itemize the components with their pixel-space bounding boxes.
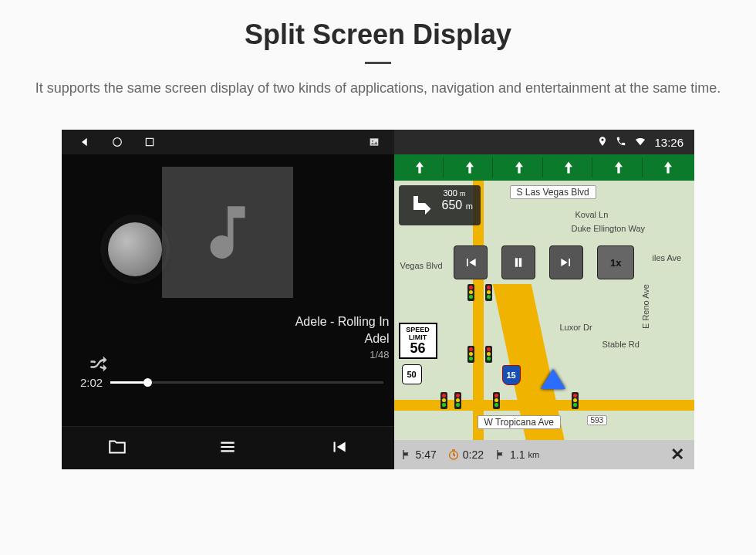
street-text: E Reno Ave xyxy=(641,284,650,329)
nav-prev-button[interactable] xyxy=(454,245,488,279)
flag-icon xyxy=(400,448,413,461)
clock-text: 13:26 xyxy=(654,136,683,149)
svg-point-0 xyxy=(113,138,122,147)
turn-left-icon xyxy=(407,191,434,219)
vehicle-cursor-icon xyxy=(541,369,565,389)
phone-icon xyxy=(616,136,626,149)
navigation-pane: S Las Vegas Blvd Koval Ln Duke Ellington… xyxy=(394,130,695,469)
picture-icon[interactable] xyxy=(368,136,380,148)
page-title: Split Screen Display xyxy=(0,0,756,51)
page-subtitle: It supports the same screen display of t… xyxy=(31,78,725,99)
device-screenshot: 13:26 Adele - Rolling In Adel 1/48 2:02 xyxy=(62,130,694,469)
joystick-control[interactable] xyxy=(108,222,162,276)
traffic-light-icon xyxy=(467,346,474,363)
street-text: Duke Ellington Way xyxy=(572,224,646,233)
track-artist: Adel xyxy=(62,330,390,347)
track-info: Adele - Rolling In Adel 1/48 xyxy=(62,313,394,362)
close-button[interactable]: ✕ xyxy=(667,444,688,465)
status-bar: 13:26 xyxy=(62,130,694,154)
lane-arrow-icon xyxy=(546,157,592,178)
speed-multiplier-button[interactable]: 1x xyxy=(597,245,634,279)
lane-arrow-icon xyxy=(447,157,493,178)
previous-track-button[interactable] xyxy=(329,437,349,460)
traffic-light-icon xyxy=(485,346,492,363)
music-pane: Adele - Rolling In Adel 1/48 2:02 xyxy=(62,130,394,469)
svg-rect-1 xyxy=(146,138,153,145)
lane-arrow-icon xyxy=(496,157,542,178)
street-text: Stable Rd xyxy=(602,340,640,349)
flag-icon xyxy=(494,448,507,461)
traffic-light-icon xyxy=(467,284,474,301)
time-remaining-metric: 0:22 xyxy=(447,448,484,461)
nav-pause-button[interactable] xyxy=(501,245,535,279)
svg-point-3 xyxy=(372,140,373,142)
clock-icon xyxy=(447,448,460,461)
street-label: S Las Vegas Blvd xyxy=(510,185,596,199)
nav-next-button[interactable] xyxy=(549,245,583,279)
traffic-light-icon xyxy=(440,392,447,409)
traffic-light-icon xyxy=(572,392,579,409)
traffic-light-icon xyxy=(493,392,500,409)
title-underline xyxy=(365,62,391,64)
nav-footer: 5:47 0:22 1.1 km ✕ xyxy=(394,440,695,469)
lane-guidance xyxy=(394,154,695,181)
route-shield: 593 xyxy=(587,415,608,425)
shuffle-button[interactable] xyxy=(88,354,110,378)
playlist-button[interactable] xyxy=(218,437,238,460)
map-controls: 1x xyxy=(394,245,695,279)
album-art-placeholder xyxy=(162,167,293,298)
back-icon[interactable] xyxy=(79,136,91,148)
lane-arrow-icon xyxy=(596,157,642,178)
interstate-shield: 15 xyxy=(502,365,521,385)
street-text: Luxor Dr xyxy=(560,323,592,332)
speed-limit-sign: SPEED LIMIT 56 xyxy=(399,323,437,359)
folder-button[interactable] xyxy=(107,437,127,460)
home-icon[interactable] xyxy=(111,136,123,148)
location-icon xyxy=(597,136,608,149)
track-index: 1/48 xyxy=(62,348,390,362)
street-text: Koval Ln xyxy=(575,210,609,219)
lane-arrow-icon xyxy=(397,157,444,178)
wifi-icon xyxy=(634,135,646,150)
route-shield-us: 50 xyxy=(402,364,422,384)
track-title: Adele - Rolling In xyxy=(62,313,390,330)
traffic-light-icon xyxy=(485,284,492,301)
recents-icon[interactable] xyxy=(143,136,156,148)
lane-arrow-icon xyxy=(646,157,691,178)
street-label: W Tropicana Ave xyxy=(478,415,562,429)
eta-metric: 5:47 xyxy=(400,448,437,461)
music-note-icon xyxy=(193,198,262,267)
turn-panel: 300 m 650 m xyxy=(399,185,481,225)
traffic-light-icon xyxy=(454,392,461,409)
distance-metric: 1.1 km xyxy=(494,448,539,461)
seek-bar[interactable] xyxy=(110,381,383,384)
music-bottom-bar xyxy=(62,426,394,469)
